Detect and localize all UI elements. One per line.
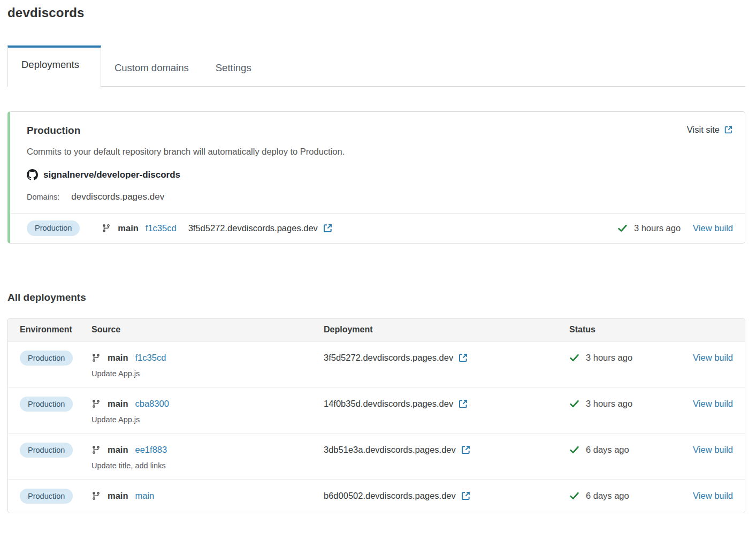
tab-custom-domains[interactable]: Custom domains [101, 49, 202, 86]
column-header-source: Source [91, 325, 324, 334]
tab-deployments[interactable]: Deployments [7, 45, 101, 87]
git-branch-icon [91, 445, 101, 454]
deployment-url-link[interactable]: b6d00502.devdiscords.pages.dev [324, 491, 471, 501]
status-time: 3 hours ago [634, 223, 681, 233]
branch-name: main [108, 399, 128, 409]
view-build-link[interactable]: View build [693, 223, 733, 233]
visit-site-link[interactable]: Visit site [687, 125, 733, 135]
column-header-status: Status [569, 325, 674, 334]
deployment-url: b6d00502.devdiscords.pages.dev [324, 491, 456, 501]
external-link-icon [724, 125, 733, 134]
deployment-url-link[interactable]: 14f0b35d.devdiscords.pages.dev [324, 399, 468, 409]
production-card: Production Visit site Commits to your de… [7, 111, 745, 244]
git-branch-icon [91, 491, 101, 500]
environment-badge: Production [27, 221, 80, 236]
table-row: Production main ee1f883 Update title, ad… [8, 434, 745, 480]
tab-bar: Deployments Custom domains Settings [7, 45, 745, 87]
table-row: Production main f1c35cd Update App.js 3f… [8, 341, 745, 387]
commit-message: Update App.js [91, 369, 324, 378]
visit-site-label: Visit site [687, 125, 720, 135]
environment-badge: Production [20, 443, 73, 458]
status-time: 3 hours ago [586, 399, 632, 409]
git-branch-icon [91, 353, 101, 362]
environment-badge: Production [20, 397, 73, 412]
production-card-title: Production [27, 125, 80, 136]
repo-name: signalnerve/developer-discords [43, 170, 180, 180]
view-build-link[interactable]: View build [693, 445, 733, 455]
success-check-icon [569, 491, 579, 501]
status-time: 3 hours ago [586, 353, 632, 363]
page-title: devdiscords [7, 5, 745, 20]
external-link-icon [461, 491, 471, 501]
commit-message: Update title, add links [91, 461, 324, 470]
external-link-icon [458, 353, 468, 363]
domains-label: Domains: [27, 193, 59, 201]
all-deployments-title: All deployments [7, 292, 745, 303]
table-row: Production main cba8300 Update App.js 14… [8, 387, 745, 434]
view-build-link[interactable]: View build [693, 491, 733, 501]
commit-link[interactable]: f1c35cd [135, 353, 166, 363]
table-header-row: Environment Source Deployment Status [8, 318, 745, 341]
tab-settings[interactable]: Settings [202, 49, 265, 86]
git-branch-icon [91, 399, 101, 408]
column-header-environment: Environment [20, 325, 91, 334]
branch-name: main [108, 445, 128, 455]
status-time: 6 days ago [586, 445, 629, 455]
deployment-url-link[interactable]: 3f5d5272.devdiscords.pages.dev [188, 223, 333, 233]
domains-value: devdiscords.pages.dev [71, 192, 164, 202]
branch-name: main [108, 353, 128, 363]
git-branch-icon [102, 224, 111, 233]
external-link-icon [461, 445, 471, 455]
status-time: 6 days ago [586, 491, 629, 501]
production-card-description: Commits to your default repository branc… [27, 147, 733, 157]
environment-badge: Production [20, 351, 73, 366]
deployment-url: 3db51e3a.devdiscords.pages.dev [324, 445, 456, 455]
deployment-url: 3f5d5272.devdiscords.pages.dev [188, 223, 318, 233]
success-check-icon [569, 353, 579, 363]
deployments-table: Environment Source Deployment Status Pro… [7, 318, 745, 514]
production-deployment-row: Production main f1c35cd 3f5d5272.devdisc… [10, 213, 745, 243]
branch-name: main [108, 491, 128, 501]
branch-name: main [118, 223, 139, 233]
view-build-link[interactable]: View build [693, 353, 733, 363]
deployment-url: 3f5d5272.devdiscords.pages.dev [324, 353, 453, 363]
success-check-icon [569, 399, 579, 409]
table-row: Production main main b6d00502.devdiscord… [8, 480, 745, 513]
deployment-url-link[interactable]: 3db51e3a.devdiscords.pages.dev [324, 445, 471, 455]
commit-link[interactable]: f1c35cd [146, 223, 177, 233]
deployment-url: 14f0b35d.devdiscords.pages.dev [324, 399, 453, 409]
environment-badge: Production [20, 489, 73, 504]
commit-link[interactable]: main [135, 491, 155, 501]
commit-link[interactable]: ee1f883 [135, 445, 167, 455]
success-check-icon [569, 445, 579, 455]
column-header-deployment: Deployment [324, 325, 569, 334]
success-check-icon [617, 223, 628, 233]
github-icon [27, 169, 38, 180]
view-build-link[interactable]: View build [693, 399, 733, 409]
external-link-icon [458, 399, 468, 409]
commit-message: Update App.js [91, 415, 324, 424]
external-link-icon [323, 223, 333, 233]
deployment-url-link[interactable]: 3f5d5272.devdiscords.pages.dev [324, 353, 468, 363]
commit-link[interactable]: cba8300 [135, 399, 169, 409]
